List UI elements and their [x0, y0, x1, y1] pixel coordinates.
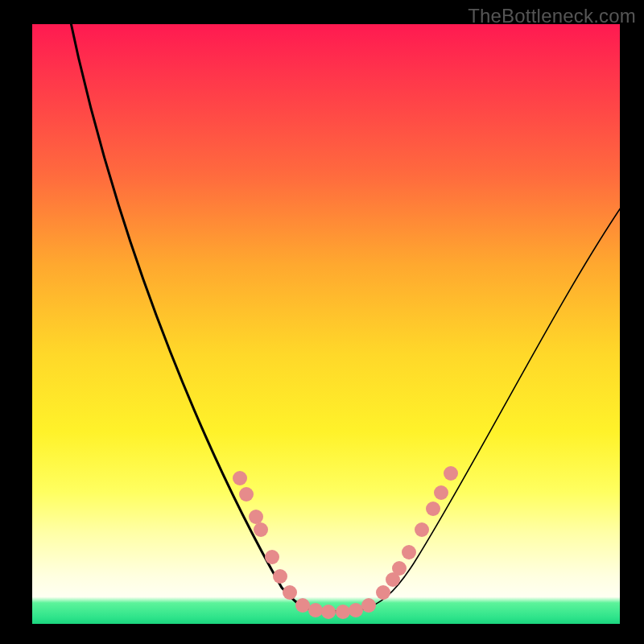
- data-marker: [336, 605, 350, 619]
- data-marker: [434, 485, 448, 500]
- data-marker: [233, 471, 247, 485]
- data-marker: [273, 569, 287, 584]
- curve-svg: [32, 24, 620, 624]
- data-marker: [239, 487, 254, 502]
- marker-group: [233, 466, 458, 619]
- data-marker: [265, 550, 279, 564]
- data-marker: [376, 585, 390, 600]
- data-marker: [349, 603, 363, 617]
- curve-left: [68, 8, 628, 612]
- data-marker: [308, 603, 323, 617]
- data-marker: [283, 585, 297, 600]
- data-marker: [295, 598, 310, 613]
- data-marker: [254, 522, 268, 537]
- chart-frame: TheBottleneck.com: [0, 0, 644, 644]
- data-marker: [402, 545, 416, 559]
- curve-right: [68, 8, 628, 612]
- data-marker: [444, 466, 458, 481]
- data-marker: [415, 522, 429, 537]
- data-marker: [361, 598, 376, 613]
- plot-area: [32, 24, 620, 624]
- data-marker: [426, 502, 440, 516]
- data-marker: [249, 510, 263, 524]
- data-marker: [392, 561, 407, 576]
- data-marker: [321, 605, 336, 619]
